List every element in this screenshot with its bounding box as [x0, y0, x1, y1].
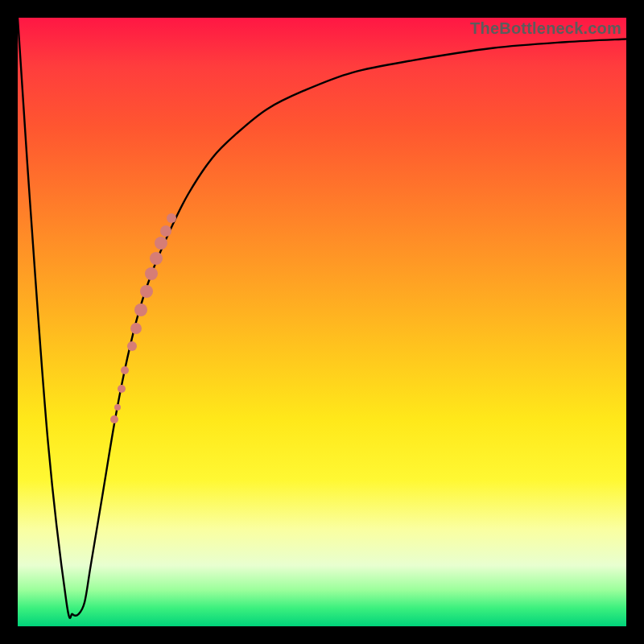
curve-marker: [134, 303, 147, 316]
curve-marker: [114, 404, 121, 411]
curve-markers: [18, 18, 626, 626]
curve-marker: [118, 385, 126, 393]
curve-marker: [145, 267, 158, 280]
curve-marker: [130, 323, 142, 334]
curve-marker: [160, 225, 171, 237]
curve-marker: [127, 341, 137, 351]
curve-marker: [150, 252, 163, 265]
plot-area: TheBottleneck.com: [18, 18, 626, 626]
chart-frame: TheBottleneck.com: [0, 0, 644, 644]
curve-marker: [155, 237, 167, 250]
curve-marker: [140, 285, 153, 298]
curve-marker: [110, 415, 118, 423]
curve-marker: [167, 213, 176, 223]
curve-marker: [121, 366, 129, 374]
